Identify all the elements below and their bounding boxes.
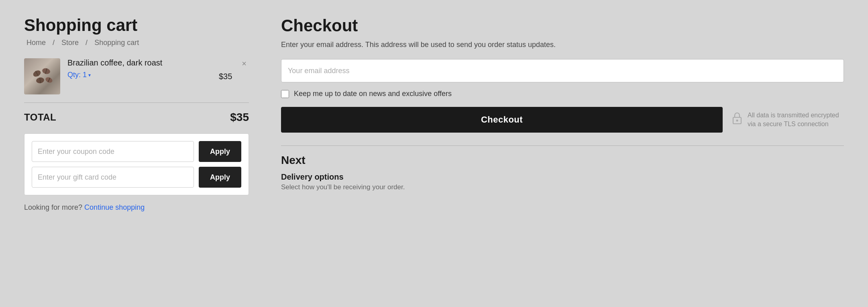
tls-text: All data is transmitted encrypted via a … bbox=[748, 111, 844, 129]
qty-selector[interactable]: Qty: 1 ▾ bbox=[67, 71, 91, 79]
coupon-box: Apply Apply bbox=[24, 133, 249, 195]
shopping-cart-panel: Shopping cart Home / Store / Shopping ca… bbox=[24, 16, 249, 291]
cart-item: Brazilian coffee, dark roast Qty: 1 ▾ $3… bbox=[24, 58, 249, 103]
page-title: Shopping cart bbox=[24, 16, 249, 35]
breadcrumb-current: Shopping cart bbox=[94, 39, 139, 47]
delivery-option: Delivery options Select how you'll be re… bbox=[281, 172, 844, 191]
coupon-apply-button[interactable]: Apply bbox=[199, 141, 241, 162]
continue-shopping-link[interactable]: Continue shopping bbox=[84, 203, 145, 211]
email-input[interactable] bbox=[281, 59, 844, 82]
tls-info: All data is transmitted encrypted via a … bbox=[731, 111, 844, 129]
qty-chevron-icon: ▾ bbox=[88, 72, 91, 78]
gift-card-row: Apply bbox=[32, 167, 241, 188]
svg-point-9 bbox=[736, 119, 738, 121]
newsletter-row: Keep me up to date on news and exclusive… bbox=[281, 90, 844, 98]
breadcrumb-store[interactable]: Store bbox=[61, 39, 79, 47]
coffee-beans-icon bbox=[28, 62, 56, 90]
coupon-row: Apply bbox=[32, 141, 241, 162]
product-image bbox=[24, 58, 60, 94]
newsletter-checkbox[interactable] bbox=[281, 90, 289, 98]
breadcrumb-sep2: / bbox=[86, 39, 88, 47]
delivery-option-desc: Select how you'll be receiving your orde… bbox=[281, 183, 844, 191]
checkout-title: Checkout bbox=[281, 16, 844, 35]
gift-card-input[interactable] bbox=[32, 167, 194, 188]
delivery-option-title: Delivery options bbox=[281, 172, 844, 182]
checkout-panel: Checkout Enter your email address. This … bbox=[281, 16, 844, 291]
cart-item-details: Brazilian coffee, dark roast Qty: 1 ▾ bbox=[67, 58, 212, 79]
next-section: Next Delivery options Select how you'll … bbox=[281, 145, 844, 191]
lock-icon bbox=[731, 112, 743, 127]
cart-item-price: $35 bbox=[219, 72, 232, 81]
checkout-action-row: Checkout All data is transmitted encrypt… bbox=[281, 107, 844, 133]
remove-item-button[interactable]: × bbox=[239, 58, 249, 69]
total-amount: $35 bbox=[230, 111, 249, 124]
cart-item-name: Brazilian coffee, dark roast bbox=[67, 58, 212, 68]
total-row: TOTAL $35 bbox=[24, 111, 249, 124]
gift-card-apply-button[interactable]: Apply bbox=[199, 167, 241, 188]
next-title: Next bbox=[281, 154, 844, 167]
breadcrumb-home[interactable]: Home bbox=[26, 39, 46, 47]
checkout-subtitle: Enter your email address. This address w… bbox=[281, 39, 844, 50]
coupon-input[interactable] bbox=[32, 141, 194, 162]
breadcrumb-sep1: / bbox=[53, 39, 55, 47]
total-label: TOTAL bbox=[24, 112, 56, 123]
breadcrumb: Home / Store / Shopping cart bbox=[24, 39, 249, 47]
newsletter-label[interactable]: Keep me up to date on news and exclusive… bbox=[294, 90, 452, 98]
checkout-button[interactable]: Checkout bbox=[281, 107, 723, 133]
continue-shopping: Looking for more? Continue shopping bbox=[24, 203, 249, 212]
